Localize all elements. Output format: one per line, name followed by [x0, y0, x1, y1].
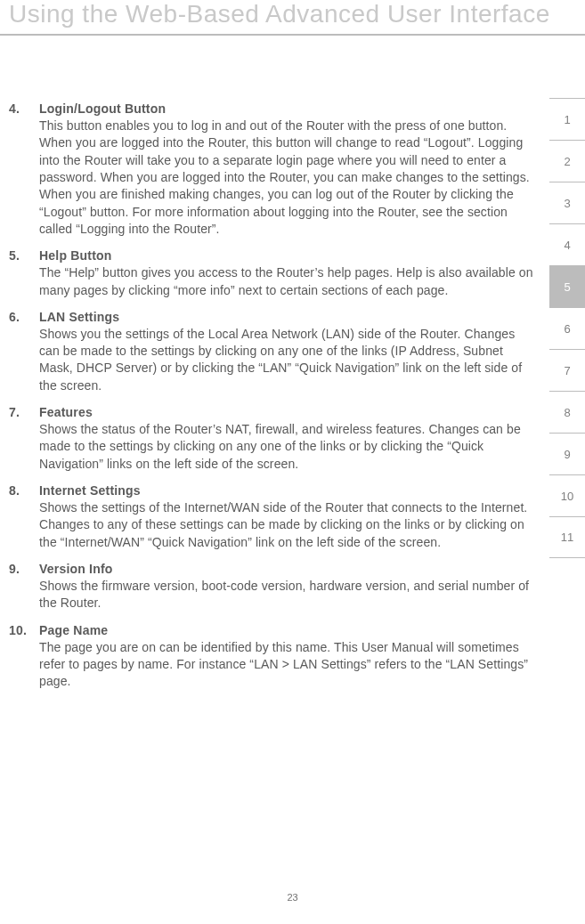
item-description: Shows the firmware version, boot-code ve… — [39, 576, 535, 618]
item-8: 8. Internet Settings Shows the settings … — [9, 483, 535, 556]
item-9: 9. Version Info Shows the firmware versi… — [9, 562, 535, 618]
item-description: Shows you the settings of the Local Area… — [39, 324, 535, 400]
section-tab-2[interactable]: 2 — [549, 140, 585, 182]
item-4: 4. Login/Logout Button This button enabl… — [9, 101, 535, 243]
item-number: 7. — [9, 405, 39, 419]
section-tab-11[interactable]: 11 — [549, 516, 585, 558]
section-tabs: 1 2 3 4 5 6 7 8 9 10 11 — [549, 98, 585, 558]
section-tab-1[interactable]: 1 — [549, 98, 585, 140]
page-title: Using the Web-Based Advanced User Interf… — [9, 0, 567, 32]
item-description: Shows the status of the Router’s NAT, fi… — [39, 419, 535, 478]
section-tab-10[interactable]: 10 — [549, 474, 585, 516]
item-heading: Internet Settings — [39, 483, 141, 498]
item-description: The “Help” button gives you access to th… — [39, 263, 535, 304]
item-heading: Page Name — [39, 623, 108, 637]
item-description: The page you are on can be identified by… — [39, 637, 535, 696]
section-tab-8[interactable]: 8 — [549, 391, 585, 433]
item-heading: Features — [39, 405, 93, 419]
section-tab-7[interactable]: 7 — [549, 349, 585, 391]
item-number: 9. — [9, 562, 39, 576]
item-heading: Help Button — [39, 248, 112, 263]
item-number: 5. — [9, 248, 39, 263]
title-underline — [0, 34, 585, 36]
section-tab-9[interactable]: 9 — [549, 433, 585, 474]
item-number: 8. — [9, 483, 39, 498]
item-number: 6. — [9, 310, 39, 324]
section-tab-4[interactable]: 4 — [549, 223, 585, 265]
content-area: 4. Login/Logout Button This button enabl… — [9, 101, 535, 701]
item-7: 7. Features Shows the status of the Rout… — [9, 405, 535, 478]
section-tab-5[interactable]: 5 — [549, 265, 585, 307]
item-number: 4. — [9, 101, 39, 116]
item-heading: Login/Logout Button — [39, 101, 166, 116]
item-heading: LAN Settings — [39, 310, 119, 324]
item-heading: Version Info — [39, 562, 113, 576]
page-number: 23 — [0, 892, 585, 903]
item-description: This button enables you to log in and ou… — [39, 116, 535, 243]
item-5: 5. Help Button The “Help” button gives y… — [9, 248, 535, 304]
item-10: 10. Page Name The page you are on can be… — [9, 623, 535, 696]
item-number: 10. — [9, 623, 39, 637]
section-tab-3[interactable]: 3 — [549, 182, 585, 223]
section-tab-6[interactable]: 6 — [549, 307, 585, 349]
item-6: 6. LAN Settings Shows you the settings o… — [9, 310, 535, 400]
item-description: Shows the settings of the Internet/WAN s… — [39, 498, 535, 556]
